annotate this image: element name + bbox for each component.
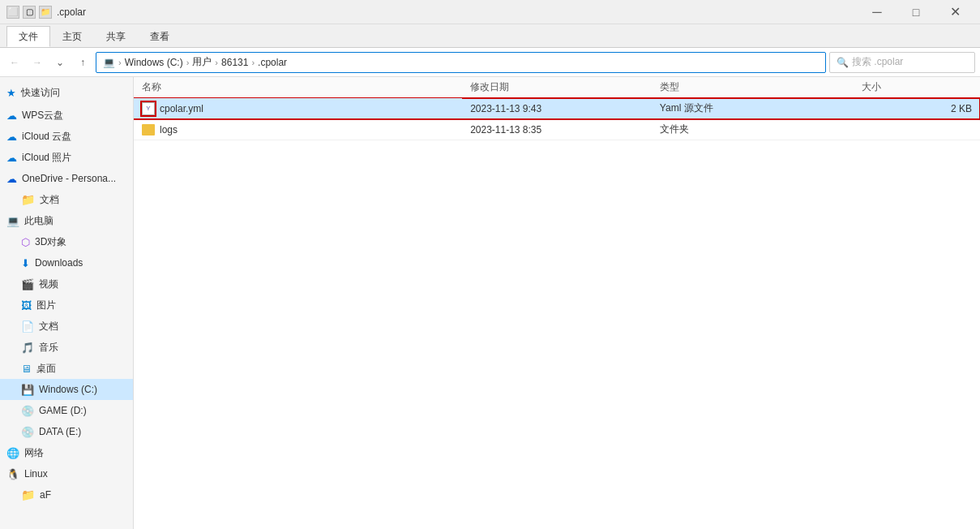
sidebar-label-downloads: Downloads xyxy=(35,257,83,269)
title-bar-icons: ⬜ ▢ 📁 xyxy=(6,6,52,19)
sidebar-item-wps[interactable]: ☁ WPS云盘 xyxy=(0,105,133,126)
address-bar: ← → ⌄ ↑ 💻 › Windows (C:) › 用户 › 86131 › … xyxy=(0,48,980,77)
table-header-row: 名称 修改日期 类型 大小 xyxy=(134,77,980,98)
path-users[interactable]: 用户 xyxy=(192,55,212,69)
music-icon: 🎵 xyxy=(21,342,34,354)
window-title: .cpolar xyxy=(57,6,86,18)
title-bar: ⬜ ▢ 📁 .cpolar ─ □ ✕ xyxy=(0,0,980,24)
file-size-cell: 2 KB xyxy=(854,98,980,119)
sidebar-item-icloud-drive[interactable]: ☁ iCloud 云盘 xyxy=(0,126,133,147)
sidebar-item-network[interactable]: 🌐 网络 xyxy=(0,442,133,463)
sidebar-label-quick-access: 快速访问 xyxy=(21,86,60,100)
file-name-cell-1[interactable]: logs xyxy=(134,119,462,140)
download-icon: ⬇ xyxy=(21,257,30,269)
sidebar-label-3d: 3D对象 xyxy=(35,235,66,249)
sidebar-label-wps: WPS云盘 xyxy=(22,109,63,123)
tab-home[interactable]: 主页 xyxy=(50,26,94,47)
sidebar-item-af[interactable]: 📁 aF xyxy=(0,484,133,505)
icloud-drive-icon: ☁ xyxy=(6,131,17,143)
sidebar-label-video: 视频 xyxy=(39,277,58,291)
sidebar-label-data-e: DATA (E:) xyxy=(39,426,81,437)
col-header-type[interactable]: 类型 xyxy=(652,77,854,98)
tab-view[interactable]: 查看 xyxy=(138,26,182,47)
sidebar-quick-access-section: ★ 快速访问 xyxy=(0,80,133,105)
sidebar-label-icloud-photos: iCloud 照片 xyxy=(22,151,71,165)
sidebar-item-thispc[interactable]: 💻 此电脑 xyxy=(0,210,133,231)
path-user-id[interactable]: 86131 xyxy=(221,57,248,68)
sidebar-item-game-d[interactable]: 💿 GAME (D:) xyxy=(0,400,133,421)
minimize-button[interactable]: ─ xyxy=(858,1,896,24)
file-area: 名称 修改日期 类型 大小 Ycpolar.yml2023-11-13 9:43… xyxy=(134,77,980,529)
sidebar-item-desktop[interactable]: 🖥 桌面 xyxy=(0,358,133,379)
file-date-cell: 2023-11-13 8:35 xyxy=(462,119,652,140)
image-icon: 🖼 xyxy=(21,299,32,312)
sidebar-item-3d[interactable]: ⬡ 3D对象 xyxy=(0,231,133,252)
sidebar-item-downloads[interactable]: ⬇ Downloads xyxy=(0,252,133,273)
linux-icon: 🐧 xyxy=(6,468,19,480)
file-type-cell: 文件夹 xyxy=(652,119,854,140)
col-header-name[interactable]: 名称 xyxy=(134,77,462,98)
pc-icon: 💻 xyxy=(6,215,19,227)
wps-icon: ☁ xyxy=(6,110,17,122)
address-path[interactable]: 💻 › Windows (C:) › 用户 › 86131 › .cpolar xyxy=(96,52,826,73)
doc-icon: 📄 xyxy=(21,320,34,333)
file-size-cell xyxy=(854,119,980,140)
table-row[interactable]: Ycpolar.yml2023-11-13 9:43Yaml 源文件2 KB xyxy=(134,98,980,119)
title-icon-1: ⬜ xyxy=(6,6,19,19)
sidebar-item-docs[interactable]: 📄 文档 xyxy=(0,316,133,337)
sidebar-item-music[interactable]: 🎵 音乐 xyxy=(0,337,133,358)
tab-file[interactable]: 文件 xyxy=(6,26,50,47)
sidebar-label-linux: Linux xyxy=(24,468,48,480)
documents-icon: 📁 xyxy=(21,193,35,206)
tab-share[interactable]: 共享 xyxy=(94,26,138,47)
sidebar-label-documents: 文档 xyxy=(40,193,59,207)
file-type-cell: Yaml 源文件 xyxy=(652,98,854,119)
sidebar-item-documents[interactable]: 📁 文档 xyxy=(0,189,133,210)
sidebar-item-linux[interactable]: 🐧 Linux xyxy=(0,463,133,484)
game-d-icon: 💿 xyxy=(21,405,34,417)
ribbon-tabs: 文件 主页 共享 查看 xyxy=(0,24,980,47)
up-button[interactable]: ↑ xyxy=(73,53,92,72)
sidebar-label-onedrive: OneDrive - Persona... xyxy=(22,173,116,184)
onedrive-icon: ☁ xyxy=(6,173,17,185)
sidebar-label-game-d: GAME (D:) xyxy=(39,405,87,416)
sidebar-item-icloud-photos[interactable]: ☁ iCloud 照片 xyxy=(0,147,133,168)
desktop-icon: 🖥 xyxy=(21,363,32,375)
sidebar-item-images[interactable]: 🖼 图片 xyxy=(0,295,133,316)
sidebar-label-music: 音乐 xyxy=(39,341,58,355)
sidebar-label-network: 网络 xyxy=(24,446,44,460)
maximize-button[interactable]: □ xyxy=(897,1,935,24)
path-thispc[interactable]: 💻 xyxy=(103,57,115,68)
table-row[interactable]: logs2023-11-13 8:35文件夹 xyxy=(134,119,980,140)
sidebar-label-af: aF xyxy=(40,489,51,501)
af-icon: 📁 xyxy=(21,488,35,501)
forward-button[interactable]: → xyxy=(28,53,47,72)
close-button[interactable]: ✕ xyxy=(936,1,974,24)
sidebar-item-windows-c[interactable]: 💾 Windows (C:) xyxy=(0,379,133,400)
3d-icon: ⬡ xyxy=(21,236,30,248)
title-icon-2: ▢ xyxy=(23,6,36,19)
star-icon: ★ xyxy=(6,87,16,99)
search-placeholder: 搜索 .cpolar xyxy=(852,55,903,69)
network-icon: 🌐 xyxy=(6,447,19,459)
path-cpolar[interactable]: .cpolar xyxy=(258,57,287,68)
sidebar-label-thispc: 此电脑 xyxy=(24,214,53,228)
sidebar-item-onedrive[interactable]: ☁ OneDrive - Persona... xyxy=(0,168,133,189)
search-box[interactable]: 🔍 搜索 .cpolar xyxy=(829,52,975,73)
sidebar-label-images: 图片 xyxy=(36,299,56,312)
col-header-size[interactable]: 大小 xyxy=(854,77,980,98)
sidebar-item-quick-access[interactable]: ★ 快速访问 xyxy=(0,82,133,103)
sidebar-item-data-e[interactable]: 💿 DATA (E:) xyxy=(0,421,133,442)
back-button[interactable]: ← xyxy=(5,53,24,72)
sidebar: ★ 快速访问 ☁ WPS云盘 ☁ iCloud 云盘 ☁ iCloud 照片 ☁… xyxy=(0,77,134,529)
sidebar-label-docs: 文档 xyxy=(39,320,58,333)
path-windows[interactable]: Windows (C:) xyxy=(125,57,183,68)
file-date-cell: 2023-11-13 9:43 xyxy=(462,98,652,119)
recent-button[interactable]: ⌄ xyxy=(50,53,70,72)
file-name-cell-0[interactable]: Ycpolar.yml xyxy=(134,98,462,119)
sidebar-item-video[interactable]: 🎬 视频 xyxy=(0,273,133,295)
main-layout: ★ 快速访问 ☁ WPS云盘 ☁ iCloud 云盘 ☁ iCloud 照片 ☁… xyxy=(0,77,980,529)
sidebar-label-desktop: 桌面 xyxy=(36,362,56,376)
sidebar-label-windows-c: Windows (C:) xyxy=(39,384,97,395)
col-header-date[interactable]: 修改日期 xyxy=(462,77,652,98)
